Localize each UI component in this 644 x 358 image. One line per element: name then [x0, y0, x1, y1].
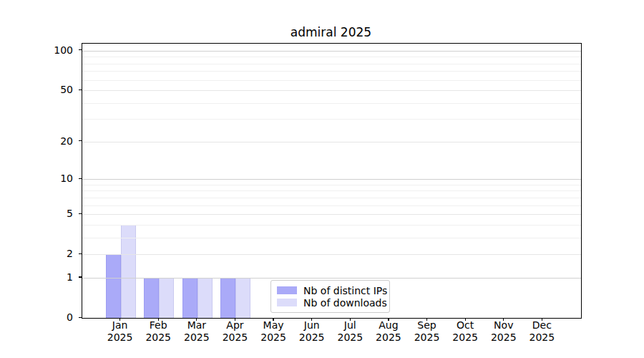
y-tick-label-0: 0: [27, 311, 73, 324]
plot-area: [82, 43, 582, 319]
y-tick-label-1: 1: [27, 271, 73, 284]
minor-gridline-9: [82, 185, 581, 185]
y-tick-mark-100: [79, 49, 82, 50]
y-tick-mark-1: [79, 276, 82, 277]
minor-gridline-7: [82, 198, 581, 198]
month-label: Dec: [519, 319, 565, 332]
bar-feb-downloads: [159, 278, 174, 318]
y-tick-label-20: 20: [27, 135, 73, 147]
y-tick-mark-10: [79, 178, 82, 179]
year-label: 2025: [519, 332, 565, 344]
y-tick-label-50: 50: [27, 83, 73, 96]
major-gridline-100: [82, 51, 581, 52]
bar-feb-distinct-ips: [144, 278, 159, 318]
minor-gridline-70: [82, 71, 581, 72]
legend-label: Nb of downloads: [303, 297, 387, 309]
download-stats-figure: admiral 2025 0125102050100 Jan2025Feb202…: [0, 0, 644, 358]
minor-gridline-8: [82, 190, 581, 191]
y-tick-mark-50: [79, 90, 82, 90]
y-tick-mark-20: [79, 140, 82, 141]
bar-mar-distinct-ips: [182, 278, 197, 318]
chart-title: admiral 2025: [82, 25, 580, 39]
major-gridline-10: [82, 179, 581, 180]
legend-item-distinct-ips: Nb of distinct IPs: [277, 285, 385, 296]
minor-gridline-90: [82, 57, 581, 57]
mid-gridline-2: [82, 254, 581, 255]
bar-jan-downloads: [121, 225, 136, 318]
minor-gridline-40: [82, 103, 581, 104]
minor-gridline-4: [82, 225, 581, 226]
bar-apr-distinct-ips: [220, 278, 235, 318]
y-tick-mark-0: [79, 317, 82, 318]
minor-gridline-6: [82, 205, 581, 206]
minor-gridline-60: [82, 80, 581, 81]
y-tick-label-5: 5: [27, 207, 73, 220]
y-tick-label-100: 100: [27, 44, 73, 57]
mid-gridline-5: [82, 214, 581, 215]
y-tick-mark-5: [79, 213, 82, 214]
legend-label: Nb of distinct IPs: [303, 285, 387, 296]
mid-gridline-20: [82, 142, 581, 142]
legend-swatch-icon: [277, 299, 297, 306]
minor-gridline-30: [82, 119, 581, 120]
y-tick-label-10: 10: [27, 172, 73, 185]
major-gridline-1: [82, 278, 581, 279]
legend: Nb of distinct IPsNb of downloads: [270, 280, 390, 313]
minor-gridline-3: [82, 238, 581, 238]
y-tick-label-2: 2: [27, 247, 73, 260]
y-tick-mark-2: [79, 253, 82, 254]
bar-mar-downloads: [197, 278, 213, 318]
legend-item-downloads: Nb of downloads: [277, 297, 385, 309]
bar-jan-distinct-ips: [106, 254, 121, 318]
mid-gridline-50: [82, 90, 581, 91]
x-tick-label-dec: Dec2025: [519, 319, 565, 343]
minor-gridline-80: [82, 64, 581, 64]
bar-apr-downloads: [235, 278, 250, 318]
legend-swatch-icon: [277, 286, 297, 294]
